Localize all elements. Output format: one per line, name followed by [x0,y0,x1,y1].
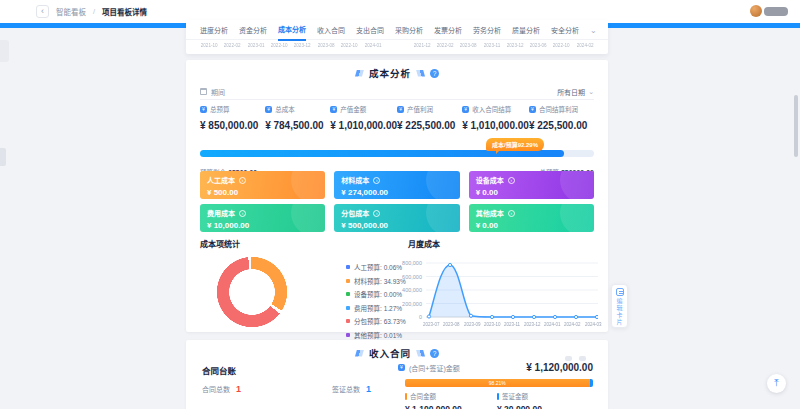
chevron-right-icon[interactable]: › [508,177,515,184]
metric-value: ¥ 1,010,000.00 [330,120,397,131]
chevron-right-icon[interactable]: › [373,210,380,217]
card-action-icon[interactable] [565,356,572,361]
income-section-header: 收入合同 ? [186,346,608,360]
user-name-pill[interactable] [764,7,788,16]
chevron-down-icon[interactable]: ⌄ [588,88,594,96]
metric-label: 产值金额 [340,104,366,114]
card-labor-cost[interactable]: 人工成本› ¥ 500.00 [200,171,325,199]
back-button[interactable]: ‹ [36,5,49,18]
date-range-select[interactable]: 所有日期 [557,87,585,97]
axis-date-label: 2024-01 [364,42,381,48]
legend-label: 签证金额 [502,391,528,401]
coin-icon: ¥ [200,106,207,113]
tab-expenditure-contract[interactable]: 支出合同 [356,25,384,40]
tab-invoice-analysis[interactable]: 发票分析 [434,25,462,40]
metric-value: ¥ 225,500.00 [529,120,594,131]
axis-date-label: 2022-10 [271,42,288,48]
card-material-cost[interactable]: 材料成本› ¥ 274,000.00 [334,171,459,199]
title-decoration-icon [416,350,425,357]
axis-date-label: 2023-01 [247,42,264,48]
x-tick: 2023-07 [423,321,440,326]
total-amount-value: ¥ 1,120,000.00 [526,362,593,373]
chevron-right-icon[interactable]: › [239,210,246,217]
chevron-down-icon[interactable]: ⌄ [590,26,597,39]
help-icon[interactable]: ? [430,69,439,78]
left-edge-fragment [0,40,9,62]
card-equipment-cost[interactable]: 设备成本› ¥ 0.00 [469,171,594,199]
tab-progress-analysis[interactable]: 进度分析 [200,25,228,40]
card-value: ¥ 500,000.00 [341,221,452,230]
metric-income-settlement: ¥ 收入合同结算 ¥ 1,010,000.00 [462,104,529,131]
card-value: ¥ 0.00 [476,221,587,230]
card-label: 其他成本 [476,208,504,218]
metric-settlement-profit: ¥ 合同结算利润 ¥ 225,500.00 [529,104,594,131]
tab-income-contract[interactable]: 收入合同 [317,25,345,40]
legend-label: 合同金额 [410,391,436,401]
card-label: 费用成本 [207,208,235,218]
back-to-top-button[interactable]: ⤒ [767,374,786,393]
help-icon[interactable]: ? [430,349,439,358]
contract-ledger-title: 合同台账 [202,364,236,376]
stat-value[interactable]: 1 [366,384,371,394]
card-action-icon[interactable] [579,356,586,361]
metric-label: 收入合同结算 [472,104,511,114]
metric-label: 总预算 [210,104,230,114]
y-tick: 0 [419,314,422,320]
document-icon: ¥ [398,364,405,371]
tab-capital-analysis[interactable]: 资金分析 [239,25,267,40]
chevron-right-icon[interactable]: › [373,177,380,184]
metric-value: ¥ 850,000.00 [200,120,265,131]
axis-date-label: 2023-08 [318,42,335,48]
breadcrumb-root[interactable]: 智能看板 [56,6,86,17]
left-edge-fragment [0,148,6,166]
edit-card-icon [616,288,624,296]
axis-date-strip: 2021-10 2022-02 2023-01 2022-10 2023-12 … [186,40,608,48]
line-chart-title: 月度成本 [408,238,440,249]
budget-progress-bar [200,150,594,157]
y-tick: 600,000 [402,274,422,280]
axis-date-label: 2023-12 [294,42,311,48]
metric-value: ¥ 225,500.00 [397,120,462,131]
card-subcontract-cost[interactable]: 分包成本› ¥ 500,000.00 [334,204,459,232]
visa-amount-legend: 签证金额 ¥ 20,000.00 [497,391,542,409]
edit-card-float-button[interactable]: 编辑卡片 [611,284,628,328]
card-expense-cost[interactable]: 费用成本› ¥ 10,000.00 [200,204,325,232]
vertical-scrollbar[interactable] [794,95,798,157]
metric-label: 合同结算利润 [539,104,578,114]
visa-bar-segment [590,379,593,387]
chevron-right-icon[interactable]: › [239,177,246,184]
axis-date-label: 2023-08 [460,42,477,48]
metric-output-amount: ¥ 产值金额 ¥ 1,010,000.00 [330,104,397,131]
x-tick: 2023-11 [504,321,520,326]
page-title: 项目看板详情 [102,6,147,17]
line-chart-x-axis: 2023-07 2023-08 2023-09 2023-10 2023-11 … [422,321,602,327]
tab-safety-analysis[interactable]: 安全分析 [551,25,579,40]
axis-date-label: 2023-11 [483,42,500,48]
tab-labor-analysis[interactable]: 劳务分析 [473,25,501,40]
tab-cost-analysis[interactable]: 成本分析 [278,24,306,41]
legend-dot [346,279,350,283]
tab-procurement-analysis[interactable]: 采购分析 [395,25,423,40]
income-contract-card: 收入合同 ? 合同台账 合同总数 1 签证总数 1 ¥ (合同+签证)金额 ¥ … [186,340,608,409]
metric-total-budget: ¥ 总预算 ¥ 850,000.00 [200,104,265,131]
legend-item[interactable]: 其他预算: 0.01% [346,330,406,340]
axis-date-label: 2023-06 [530,42,547,48]
stat-value[interactable]: 1 [236,384,241,394]
axis-date-label: 2022-02 [437,42,454,48]
chevron-right-icon[interactable]: › [508,210,515,217]
x-tick: 2023-10 [484,321,501,326]
card-label: 分包成本 [341,208,369,218]
period-filter-row: 期间 所有日期 ⌄ [200,84,594,100]
tab-quality-analysis[interactable]: 质量分析 [512,25,540,40]
y-tick: 800,000 [402,260,422,266]
legend-dot [346,333,350,337]
project-dashboard-screen: ‹ 智能看板 / 项目看板详情 进度分析 资金分析 成本分析 收入合同 支出合同… [0,0,800,409]
card-other-cost[interactable]: 其他成本› ¥ 0.00 [469,204,594,232]
user-avatar[interactable] [750,5,762,17]
x-tick: 2024-02 [564,321,581,326]
stat-label: 签证总数 [332,384,360,394]
axis-date-label: 2021-10 [201,42,218,48]
tab-bar: 进度分析 资金分析 成本分析 收入合同 支出合同 采购分析 发票分析 劳务分析 … [186,20,608,40]
legend-mark [497,393,499,400]
card-label: 人工成本 [207,175,235,185]
